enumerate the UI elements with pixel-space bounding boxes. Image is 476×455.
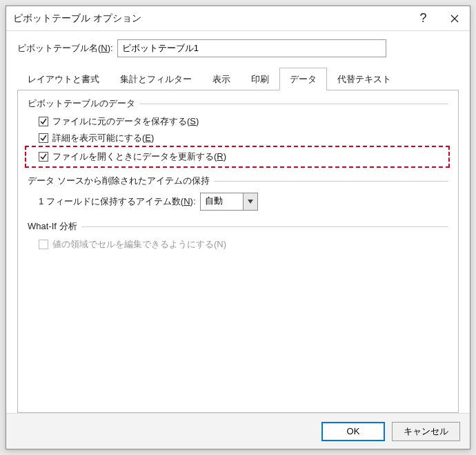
- tab-totals-filters[interactable]: 集計とフィルター: [110, 68, 202, 90]
- checkbox-save-source[interactable]: ファイルに元のデータを保存する(S): [39, 115, 448, 128]
- tab-bar: レイアウトと書式 集計とフィルター 表示 印刷 データ 代替テキスト: [17, 67, 459, 90]
- group-title: データ ソースから削除されたアイテムの保持: [28, 175, 448, 187]
- group-title: What-If 分析: [28, 220, 448, 233]
- group-pivot-data: ピボットテーブルのデータ ファイルに元のデータを保存する(S): [28, 97, 448, 165]
- dialog-title: ピボットテーブル オプション: [13, 12, 408, 25]
- titlebar: ピボットテーブル オプション ?: [6, 6, 470, 31]
- retain-items-row: 1 フィールドに保持するアイテム数(N): 自動: [39, 193, 448, 211]
- tab-panel-data: ピボットテーブルのデータ ファイルに元のデータを保存する(S): [17, 90, 459, 413]
- chevron-down-icon: [248, 200, 253, 204]
- checkbox-edit-values: 値の領域でセルを編集できるようにする(N): [39, 238, 448, 251]
- help-button[interactable]: ?: [408, 6, 439, 31]
- dialog-footer: OK キャンセル: [6, 413, 470, 449]
- table-name-input[interactable]: [117, 39, 386, 57]
- checkbox-icon: [39, 117, 48, 126]
- close-button[interactable]: [439, 6, 470, 31]
- dropdown-button[interactable]: [243, 193, 258, 211]
- checkbox-icon: [39, 133, 48, 143]
- checkbox-icon: [39, 152, 48, 162]
- cancel-button[interactable]: キャンセル: [392, 422, 460, 441]
- name-row: ピボットテーブル名(N):: [17, 39, 459, 57]
- dialog-content: ピボットテーブル名(N): レイアウトと書式 集計とフィルター 表示 印刷 デー…: [6, 31, 470, 413]
- group-deleted-items: データ ソースから削除されたアイテムの保持 1 フィールドに保持するアイテム数(…: [28, 175, 448, 211]
- tab-alttext[interactable]: 代替テキスト: [327, 68, 401, 90]
- pivot-options-dialog: ピボットテーブル オプション ? ピボットテーブル名(N): レイアウトと書式 …: [6, 6, 470, 449]
- group-title: ピボットテーブルのデータ: [28, 97, 448, 110]
- svg-marker-2: [248, 200, 253, 204]
- tab-data[interactable]: データ: [279, 68, 327, 90]
- retain-items-select[interactable]: 自動: [200, 193, 258, 211]
- tab-display[interactable]: 表示: [202, 68, 241, 90]
- ok-button[interactable]: OK: [321, 422, 385, 441]
- retain-items-label: 1 フィールドに保持するアイテム数(N):: [39, 195, 196, 208]
- tab-print[interactable]: 印刷: [241, 68, 279, 90]
- tab-layout[interactable]: レイアウトと書式: [17, 68, 110, 90]
- group-whatif: What-If 分析 値の領域でセルを編集できるようにする(N): [28, 220, 448, 251]
- close-icon: [450, 14, 459, 23]
- checkbox-refresh-on-open[interactable]: ファイルを開くときにデータを更新する(R): [34, 148, 448, 165]
- checkbox-icon: [39, 240, 48, 249]
- checkbox-enable-details[interactable]: 詳細を表示可能にする(E): [39, 132, 448, 144]
- name-label: ピボットテーブル名(N):: [17, 42, 113, 55]
